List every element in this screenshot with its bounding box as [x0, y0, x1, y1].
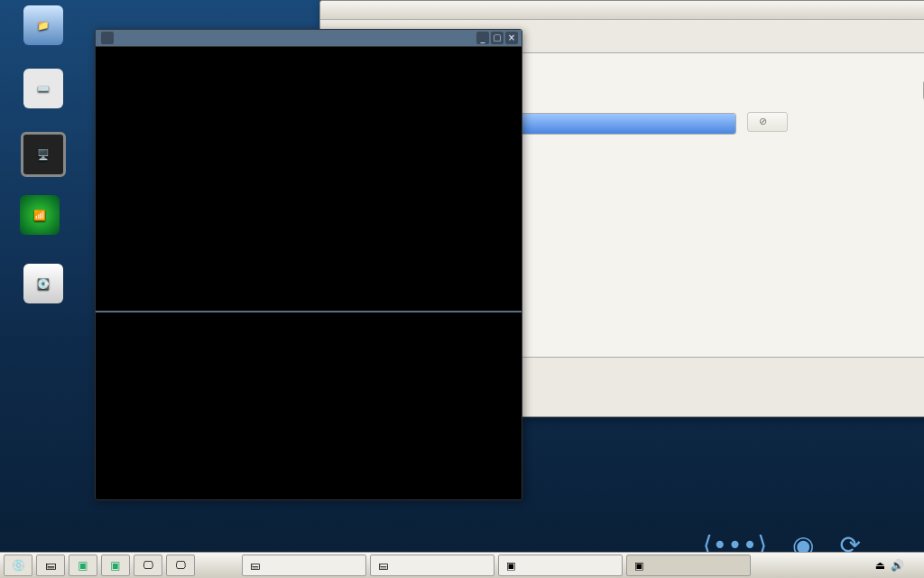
volume-icon[interactable]: 🔊 [891, 559, 904, 572]
minimize-button[interactable]: _ [476, 32, 489, 44]
roxterm-pane-top[interactable] [96, 47, 522, 311]
roxterm-titlebar[interactable]: _ ▢ × [96, 30, 522, 47]
task-roxterm-2[interactable]: ▣ [626, 555, 751, 576]
quicklaunch-term1[interactable]: ▣ [69, 555, 97, 576]
stop-button[interactable]: ⊘ [747, 112, 788, 132]
stop-icon: ⊘ [759, 116, 772, 128]
task-device-info[interactable]: 🖴 [370, 555, 494, 576]
gsmart-titlebar[interactable]: _ ▢ × [320, 1, 924, 20]
start-menu-button[interactable]: 💿 [4, 555, 32, 576]
task-roxterm-1[interactable]: ▣ [498, 555, 623, 576]
eject-icon[interactable]: ⏏ [875, 559, 885, 572]
terminal-icon: ▣ [78, 559, 88, 572]
quicklaunch-term2[interactable]: ▣ [101, 555, 130, 576]
quicklaunch-drive[interactable]: 🖴 [36, 555, 65, 576]
roxterm-window[interactable]: _ ▢ × [95, 29, 522, 500]
disk-icon: 🖴 [378, 560, 388, 572]
monitor-icon: 🖵 [175, 559, 186, 572]
quicklaunch-monitor[interactable]: 🖵 [134, 555, 162, 576]
desktop-icon-network-manager[interactable]: 📶 [4, 195, 76, 238]
taskbar: 💿 🖴 ▣ ▣ 🖵 🖵 🖴 🖴 ▣ ▣ ⏏ 🔊 [0, 552, 924, 578]
quicklaunch-monitor2[interactable]: 🖵 [166, 555, 195, 576]
system-tray: ⏏ 🔊 [875, 559, 920, 572]
desktop-icon-keyboard-layout[interactable]: ⌨️ [7, 69, 79, 112]
roxterm-menu-icon[interactable] [101, 32, 114, 44]
monitor-icon: 🖵 [143, 559, 153, 572]
terminal-icon: ▣ [506, 560, 515, 572]
task-gsmartcontrol[interactable]: 🖴 [242, 555, 366, 576]
drive-icon: 🖴 [45, 559, 56, 572]
desktop-icon-file-manager[interactable]: 📁 [7, 5, 79, 49]
disk-icon: 🖴 [250, 560, 260, 572]
desktop-icon-partition-editor[interactable]: 💽 [7, 264, 79, 307]
terminal-icon: ▣ [110, 559, 120, 572]
desktop-icon-screen-layout[interactable]: 🖥️ [7, 132, 79, 181]
close-button[interactable]: × [505, 32, 518, 44]
desktop: 📁 ⌨️ 🖥️ 📶 💽 ⟨•••⟩ ◉ ⟳ UP ▍ [0, 0, 924, 578]
terminal-icon: ▣ [634, 560, 643, 572]
roxterm-pane-bottom[interactable] [96, 311, 522, 316]
maximize-button[interactable]: ▢ [491, 32, 504, 44]
